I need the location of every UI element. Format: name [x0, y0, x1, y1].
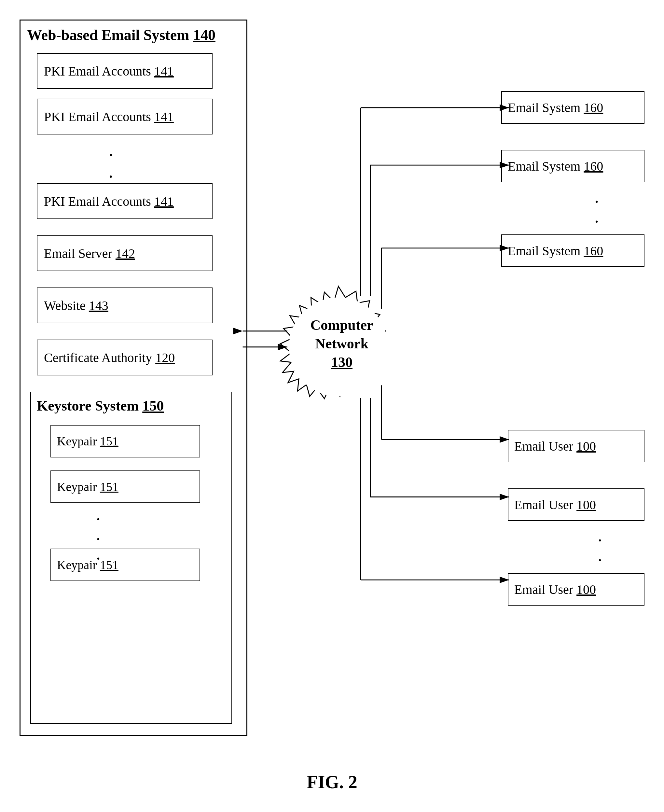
website-label: Website 143: [44, 298, 108, 313]
email-system-label-3: Email System 160: [508, 243, 603, 259]
pki-accounts-box-1: PKI Email Accounts 141: [37, 53, 213, 89]
email-user-box-1: Email User 100: [508, 430, 644, 462]
pki-accounts-box-2: PKI Email Accounts 141: [37, 99, 213, 134]
pki-accounts-label-2: PKI Email Accounts 141: [44, 109, 174, 124]
email-server-box: Email Server 142: [37, 235, 213, 271]
email-server-label: Email Server 142: [44, 246, 135, 261]
network-label: ComputerNetwork130: [280, 316, 404, 372]
web-based-email-system-label: Web-based Email System: [27, 27, 189, 43]
web-based-email-system-number: 140: [193, 27, 215, 43]
keystore-system-title: Keystore System 150: [37, 398, 164, 414]
network-number: 130: [331, 354, 353, 370]
pki-accounts-label-1: PKI Email Accounts 141: [44, 64, 174, 79]
email-system-box-3: Email System 160: [501, 235, 644, 267]
keypair-box-3: Keypair 151: [50, 549, 200, 581]
cert-authority-box: Certificate Authority 120: [37, 339, 213, 375]
keypair-box-2: Keypair 151: [50, 470, 200, 503]
pki-accounts-box-3: PKI Email Accounts 141: [37, 183, 213, 219]
web-based-email-system-title: Web-based Email System 140: [27, 26, 215, 44]
email-system-label-2: Email System 160: [508, 158, 603, 174]
keypair-box-1: Keypair 151: [50, 425, 200, 457]
email-user-label-2: Email User 100: [514, 497, 596, 512]
email-user-label-1: Email User 100: [514, 439, 596, 454]
keystore-system-box: Keystore System 150 Keypair 151 Keypair …: [30, 392, 232, 724]
web-based-email-system-box: Web-based Email System 140 PKI Email Acc…: [20, 20, 247, 736]
email-system-box-2: Email System 160: [501, 150, 644, 182]
figure-label: FIG. 2: [307, 771, 357, 792]
pki-accounts-label-3: PKI Email Accounts 141: [44, 194, 174, 209]
email-system-label-1: Email System 160: [508, 100, 603, 115]
keypair-label-3: Keypair 151: [57, 558, 119, 572]
email-user-box-3: Email User 100: [508, 573, 644, 606]
email-user-label-3: Email User 100: [514, 582, 596, 597]
email-user-box-2: Email User 100: [508, 488, 644, 521]
keypair-label-1: Keypair 151: [57, 434, 119, 448]
cert-authority-label: Certificate Authority 120: [44, 350, 175, 365]
email-system-box-1: Email System 160: [501, 91, 644, 124]
website-box: Website 143: [37, 287, 213, 323]
keypair-label-2: Keypair 151: [57, 479, 119, 494]
